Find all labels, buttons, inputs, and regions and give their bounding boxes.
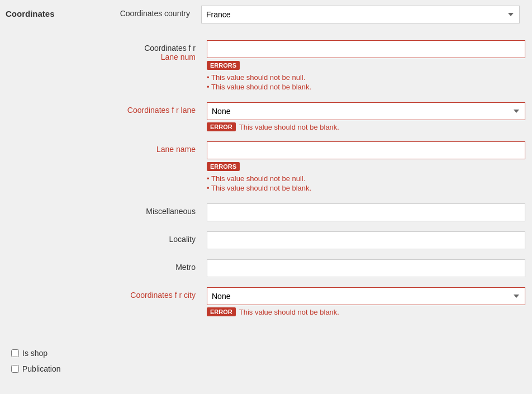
lane-name-errors-block: ERRORS This value should not be null. Th… — [207, 162, 525, 192]
city-select-row: Coordinates f r city None ERROR This val… — [0, 287, 532, 316]
city-error-text: This value should not be blank. — [239, 308, 339, 316]
publication-checkbox[interactable] — [11, 365, 19, 373]
page-container: Coordinates Coordinates country France G… — [0, 0, 532, 394]
lane-num-errors-block: ERRORS This value should not be null. Th… — [207, 60, 525, 91]
lane-name-label-col: Lane name — [6, 141, 207, 154]
lane-num-row: Coordinates f r Lane num ERRORS This val… — [0, 40, 532, 92]
lane-num-errors-badge: ERRORS — [207, 61, 240, 70]
section-label: Coordinates — [6, 6, 61, 18]
lane-select-row: Coordinates f r lane None ERROR This val… — [0, 102, 532, 131]
miscellaneous-input[interactable] — [207, 203, 525, 221]
lane-name-row: Lane name ERRORS This value should not b… — [0, 141, 532, 193]
lane-name-error2: This value should not be blank. — [207, 184, 525, 192]
locality-row: Locality — [0, 231, 532, 249]
form-section: Coordinates f r Lane num ERRORS This val… — [0, 35, 532, 338]
metro-label: Metro — [6, 259, 207, 272]
lane-error-inline: ERROR This value should not be blank. — [207, 122, 525, 131]
locality-label: Locality — [6, 231, 207, 244]
lane-num-field-col: ERRORS This value should not be null. Th… — [207, 40, 525, 92]
city-error-inline: ERROR This value should not be blank. — [207, 307, 525, 316]
coordinates-fr-label: Coordinates f r Lane num — [6, 40, 207, 61]
lane-error-text: This value should not be blank. — [239, 123, 339, 131]
miscellaneous-label: Miscellaneous — [6, 203, 207, 216]
publication-row: Publication — [6, 364, 526, 373]
lane-num-error1: This value should not be null. — [207, 73, 525, 82]
lane-name-errors-badge: ERRORS — [207, 162, 240, 171]
is-shop-checkbox[interactable] — [11, 349, 19, 357]
city-select-field-col: None ERROR This value should not be blan… — [207, 287, 525, 316]
lane-select[interactable]: None — [207, 102, 525, 120]
metro-field-col — [207, 259, 525, 277]
coordinates-fr-city-label: Coordinates f r city — [6, 287, 207, 300]
city-error-badge: ERROR — [207, 307, 236, 316]
actions-row: 💾 Save changes Back to listing — [0, 389, 532, 394]
is-shop-row: Is shop — [6, 349, 526, 358]
publication-label: Publication — [22, 364, 61, 373]
city-select[interactable]: None — [207, 287, 525, 305]
metro-row: Metro — [0, 259, 532, 277]
country-label: Coordinates country — [120, 9, 190, 18]
locality-field-col — [207, 231, 525, 249]
coordinates-fr-lane-label: Coordinates f r lane — [6, 102, 207, 115]
lane-select-field-col: None ERROR This value should not be blan… — [207, 102, 525, 131]
locality-input[interactable] — [207, 231, 525, 249]
lane-name-input[interactable] — [207, 141, 525, 159]
lane-name-error1: This value should not be null. — [207, 174, 525, 183]
metro-input[interactable] — [207, 259, 525, 277]
lane-num-input[interactable] — [207, 40, 525, 58]
is-shop-label: Is shop — [22, 349, 48, 358]
checkboxes-section: Is shop Publication — [0, 338, 532, 389]
lane-num-error2: This value should not be blank. — [207, 83, 525, 91]
lane-error-badge: ERROR — [207, 122, 236, 131]
lane-num-label: Lane num — [161, 53, 196, 61]
lane-name-field-col: ERRORS This value should not be null. Th… — [207, 141, 525, 193]
miscellaneous-field-col — [207, 203, 525, 221]
country-select[interactable]: France Germany Spain Italy United Kingdo… — [201, 6, 520, 23]
miscellaneous-row: Miscellaneous — [0, 203, 532, 221]
header-row: Coordinates Coordinates country France G… — [0, 0, 532, 29]
